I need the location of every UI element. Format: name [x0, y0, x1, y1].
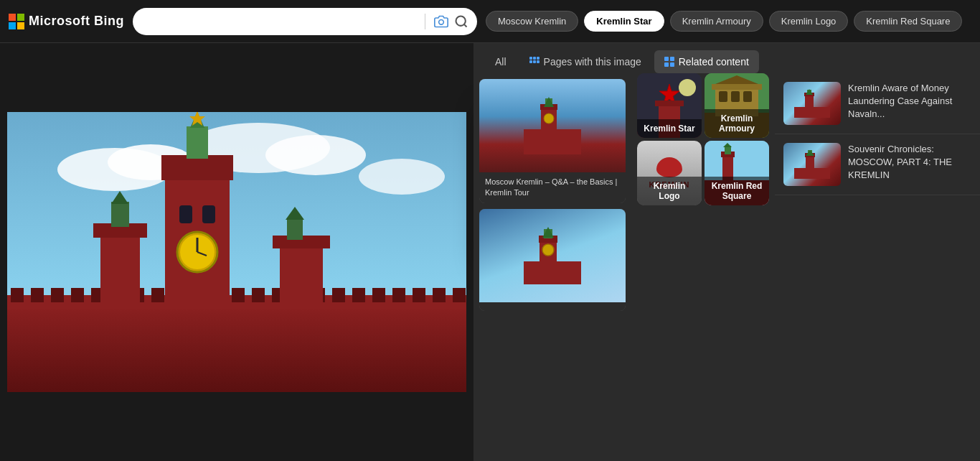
news-card-2[interactable]: Souvenir Chronicles: MOSCOW, PART 4: THE… [775, 134, 980, 195]
tab-related[interactable]: Related content [654, 50, 759, 73]
suggestion-kremlin-armoury[interactable]: Kremlin Armoury [670, 11, 763, 32]
svg-rect-100 [743, 91, 752, 102]
image-result-card-2[interactable] [479, 209, 626, 311]
svg-point-91 [679, 79, 696, 96]
news-card-text-2: Souvenir Chronicles: MOSCOW, PART 4: THE… [848, 143, 971, 186]
left-panel: All Pages with this image [0, 43, 473, 461]
news-card-image-1 [783, 82, 841, 125]
svg-rect-73 [670, 57, 674, 61]
svg-rect-72 [664, 57, 669, 61]
svg-rect-71 [537, 60, 540, 63]
svg-rect-101 [712, 84, 762, 90]
suggestions-bar: Moscow Kremlin Kremlin Star Kremlin Armo… [486, 11, 962, 32]
tab-all[interactable]: All [485, 50, 517, 73]
svg-rect-22 [232, 288, 245, 302]
related-card-label-kremlin-armoury: Kremlin Armoury [705, 109, 769, 138]
svg-rect-11 [11, 288, 24, 302]
svg-rect-45 [100, 234, 140, 306]
header: Microsoft Bing Moscow Kremlin Kremlin St… [0, 0, 980, 43]
svg-point-8 [359, 159, 445, 195]
svg-rect-47 [111, 202, 129, 227]
related-content-icon [664, 57, 674, 67]
bing-logo-icon [9, 14, 24, 29]
svg-rect-74 [664, 62, 669, 67]
svg-rect-12 [31, 288, 44, 302]
news-card-1[interactable]: Kremlin Aware of Money Laundering Case A… [775, 73, 980, 134]
svg-point-0 [439, 19, 444, 24]
related-card-kremlin-red-square[interactable]: Kremlin Red Square [705, 141, 769, 205]
content-area: Moscow Kremlin – Q&A – the Basics | Krem… [473, 73, 980, 461]
svg-rect-94 [655, 101, 684, 106]
suggestion-moscow-kremlin[interactable]: Moscow Kremlin [486, 11, 578, 32]
search-divider [425, 14, 425, 29]
svg-rect-9 [7, 306, 466, 392]
main-content: All Pages with this image [0, 43, 980, 461]
svg-rect-70 [533, 60, 536, 63]
svg-rect-51 [287, 218, 303, 240]
svg-rect-30 [392, 288, 405, 302]
search-bar [133, 8, 477, 35]
related-card-label-kremlin-red-square: Kremlin Red Square [705, 177, 769, 205]
svg-rect-32 [433, 288, 446, 302]
svg-rect-13 [51, 288, 64, 302]
image-result-card-1[interactable]: Moscow Kremlin – Q&A – the Basics | Krem… [479, 79, 626, 203]
news-column: Kremlin Aware of Money Laundering Case A… [775, 73, 980, 461]
svg-point-82 [544, 113, 554, 124]
svg-point-1 [456, 16, 466, 25]
kremlin-main-image [7, 112, 466, 392]
tab-pages-label: Pages with this image [544, 56, 641, 67]
suggestion-kremlin-red-square[interactable]: Kremlin Red Square [854, 11, 962, 32]
image-result-thumb-1 [479, 79, 626, 172]
tabs-row: All Pages with this image [473, 43, 980, 73]
pages-with-image-icon [529, 57, 540, 67]
suggestion-kremlin-star[interactable]: Kremlin Star [584, 11, 664, 32]
svg-rect-41 [161, 155, 233, 180]
svg-rect-23 [252, 288, 265, 302]
svg-rect-69 [529, 60, 532, 63]
news-card-title-1: Kremlin Aware of Money Laundering Case A… [848, 82, 971, 121]
related-card-kremlin-logo[interactable]: KREMLIN Kremlin Logo [637, 141, 702, 205]
svg-rect-49 [280, 245, 323, 306]
related-card-label-kremlin-star: Kremlin Star [637, 119, 702, 138]
related-card-kremlin-armoury[interactable]: Kremlin Armoury [705, 73, 769, 138]
search-input[interactable] [141, 15, 416, 27]
svg-line-2 [464, 24, 467, 27]
svg-rect-42 [187, 126, 208, 159]
svg-rect-28 [352, 288, 365, 302]
kremlin-logo-badge [656, 157, 682, 177]
camera-search-button[interactable] [434, 14, 448, 29]
svg-point-7 [265, 135, 366, 175]
suggestion-kremlin-logo[interactable]: Kremlin Logo [769, 11, 849, 32]
svg-point-89 [542, 244, 554, 256]
svg-rect-40 [202, 205, 215, 223]
svg-rect-31 [413, 288, 425, 302]
image-result-caption-1: Moscow Kremlin – Q&A – the Basics | Krem… [479, 172, 626, 203]
svg-rect-77 [524, 129, 581, 154]
svg-rect-39 [179, 205, 192, 223]
tab-pages[interactable]: Pages with this image [519, 50, 651, 73]
related-card-label-kremlin-logo: Kremlin Logo [637, 177, 702, 205]
news-card-title-2: Souvenir Chronicles: MOSCOW, PART 4: THE… [848, 143, 971, 182]
related-grid: Kremlin Star Kremli [631, 73, 775, 205]
related-card-kremlin-star[interactable]: Kremlin Star [637, 73, 702, 138]
image-result-caption-2 [479, 302, 626, 311]
svg-rect-66 [529, 57, 532, 60]
logo-text: Microsoft Bing [29, 14, 124, 29]
svg-rect-67 [533, 57, 536, 60]
svg-rect-75 [670, 62, 674, 67]
search-button[interactable] [454, 14, 468, 29]
image-result-thumb-2 [479, 209, 626, 302]
svg-rect-99 [731, 91, 740, 102]
svg-rect-68 [537, 57, 540, 60]
tab-related-label: Related content [679, 56, 749, 67]
svg-rect-18 [151, 288, 164, 302]
svg-marker-114 [806, 89, 813, 95]
svg-rect-117 [806, 155, 814, 171]
svg-rect-111 [805, 95, 814, 109]
svg-rect-27 [332, 288, 345, 302]
related-cards-column: Kremlin Star Kremli [631, 73, 775, 461]
svg-rect-33 [453, 288, 466, 302]
news-card-text-1: Kremlin Aware of Money Laundering Case A… [848, 82, 971, 125]
svg-rect-98 [719, 91, 727, 102]
tab-all-label: All [495, 56, 507, 67]
